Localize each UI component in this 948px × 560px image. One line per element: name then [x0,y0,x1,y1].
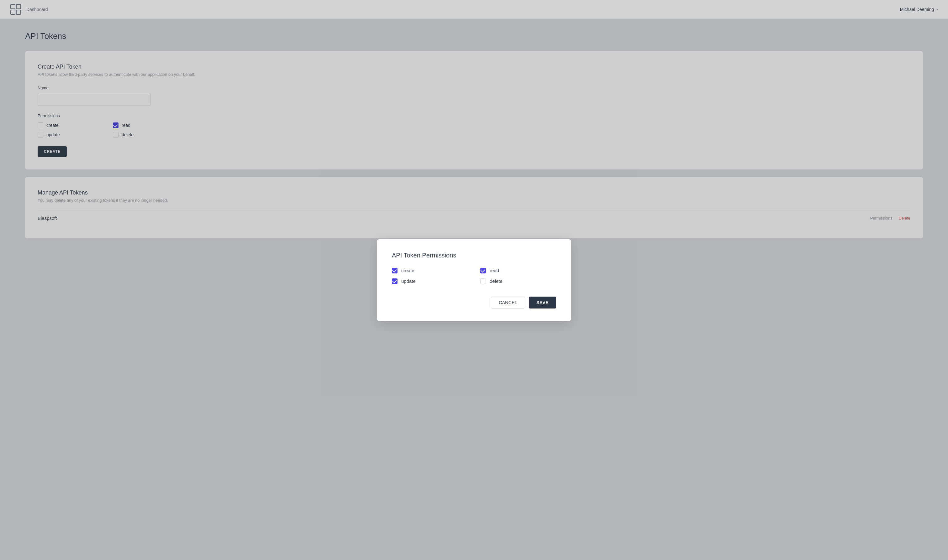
cancel-button[interactable]: CANCEL [491,297,525,309]
save-button[interactable]: SAVE [529,297,556,309]
modal-create-checkbox[interactable] [392,268,397,274]
modal-delete-label: delete [490,278,503,284]
modal-overlay: API Token Permissions create read update… [0,0,948,560]
modal-actions: CANCEL SAVE [392,297,556,309]
modal-create-row[interactable]: create [392,268,468,274]
permissions-modal: API Token Permissions create read update… [377,239,571,321]
modal-delete-checkbox[interactable] [480,278,486,284]
modal-title: API Token Permissions [392,252,556,259]
modal-delete-row[interactable]: delete [480,278,556,284]
modal-update-row[interactable]: update [392,278,468,284]
modal-read-checkbox[interactable] [480,268,486,274]
modal-read-row[interactable]: read [480,268,556,274]
modal-update-label: update [401,278,416,284]
modal-permissions-grid: create read update delete [392,268,556,284]
modal-update-checkbox[interactable] [392,278,397,284]
modal-create-label: create [401,268,414,273]
modal-read-label: read [490,268,499,273]
